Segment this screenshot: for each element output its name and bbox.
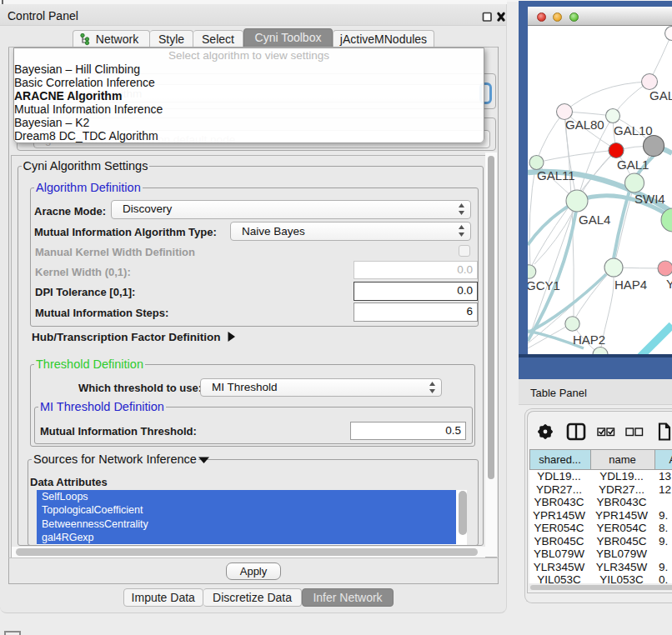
svg-text:HAP4: HAP4 — [614, 278, 647, 292]
svg-text:GAL7: GAL7 — [649, 88, 672, 102]
svg-text:Y: Y — [666, 277, 672, 291]
svg-text:GCY1: GCY1 — [528, 278, 560, 292]
svg-text:GAL80: GAL80 — [565, 118, 604, 132]
svg-text:GAL1: GAL1 — [617, 158, 649, 172]
svg-text:GAL11: GAL11 — [537, 168, 575, 182]
svg-text:GAL10: GAL10 — [614, 123, 653, 138]
svg-text:SWI4: SWI4 — [634, 192, 665, 206]
svg-text:HAP2: HAP2 — [573, 332, 605, 347]
svg-text:GAL4: GAL4 — [579, 212, 610, 227]
